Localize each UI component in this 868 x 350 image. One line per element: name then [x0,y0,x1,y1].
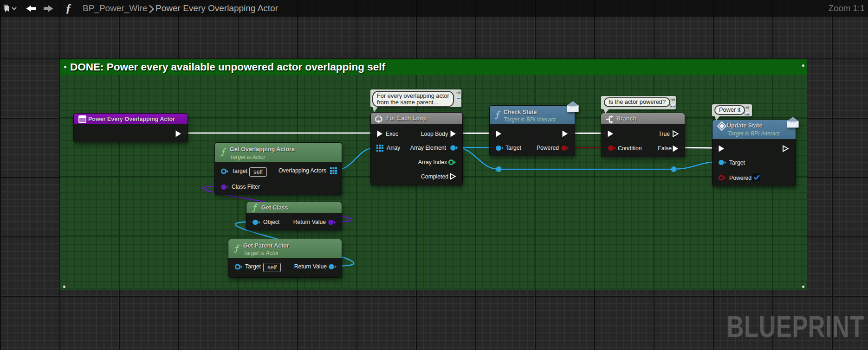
svg-text:ƒ: ƒ [65,1,71,15]
